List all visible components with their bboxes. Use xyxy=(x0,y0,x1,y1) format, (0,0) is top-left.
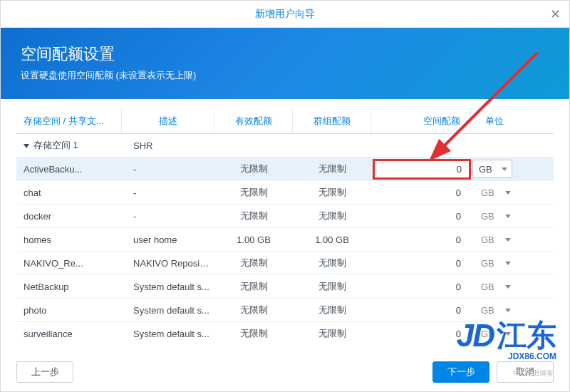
col-header-storage[interactable]: 存储空间 / 共享文... xyxy=(16,109,122,133)
content-area: 存储空间 / 共享文... 描述 有效配额 群组配额 空间配额 单位 存储空间 … xyxy=(1,99,569,345)
unit-select[interactable]: GB xyxy=(475,234,515,245)
col-header-effective[interactable]: 有效配额 xyxy=(214,109,293,133)
cell-desc: - xyxy=(122,207,214,226)
cell-name: docker xyxy=(16,207,122,226)
cell-group: 无限制 xyxy=(293,299,371,321)
chevron-down-icon xyxy=(505,238,511,242)
quota-cell[interactable]: 0 xyxy=(371,254,471,273)
cell-name: chat xyxy=(16,183,122,202)
chevron-down-icon xyxy=(502,167,507,171)
table-row[interactable]: docker-无限制无限制0GB xyxy=(16,205,554,228)
cell-group: 1.00 GB xyxy=(293,230,371,249)
col-header-unit[interactable]: 单位 xyxy=(471,109,518,133)
cell-name: NAKIVO_Re... xyxy=(16,254,122,273)
cell-name: homes xyxy=(16,230,122,249)
cell-effective: 无限制 xyxy=(214,252,293,274)
chevron-down-icon xyxy=(505,309,511,312)
table-header: 存储空间 / 共享文... 描述 有效配额 群组配额 空间配额 单位 xyxy=(16,109,554,134)
quota-input[interactable]: 0 xyxy=(373,159,471,180)
quota-cell[interactable]: 0 xyxy=(371,301,471,320)
cell-desc: System default s... xyxy=(122,301,214,320)
group-desc: SHR xyxy=(122,136,214,155)
cell-group: 无限制 xyxy=(293,323,371,344)
quota-cell[interactable]: 0 xyxy=(371,230,471,249)
table-row[interactable]: homesuser home1.00 GB1.00 GB0GB xyxy=(16,228,554,252)
cell-desc: System default s... xyxy=(122,324,214,344)
unit-select[interactable]: GB xyxy=(475,258,515,269)
cell-effective: 无限制 xyxy=(214,182,293,203)
close-button[interactable]: ✕ xyxy=(548,6,562,21)
banner-subtitle: 设置硬盘使用空间配额 (未设置表示无上限) xyxy=(21,69,549,82)
quota-cell[interactable]: 0 xyxy=(371,277,471,296)
next-button[interactable]: 下一步 xyxy=(432,361,489,383)
group-label: 存储空间 1 xyxy=(33,140,78,150)
cell-group: 无限制 xyxy=(293,205,371,227)
chevron-down-icon xyxy=(505,332,511,336)
cell-name: ActiveBacku... xyxy=(16,160,122,179)
cell-group: 无限制 xyxy=(293,158,371,180)
table-body: 存储空间 1 SHR ActiveBacku...-无限制无限制0GBchat-… xyxy=(16,134,554,345)
col-header-group[interactable]: 群组配额 xyxy=(293,109,371,133)
cell-effective: 无限制 xyxy=(214,323,293,344)
cell-name: photo xyxy=(16,301,122,320)
table-row[interactable]: photoSystem default s...无限制无限制0GB xyxy=(16,299,554,322)
cell-desc: user home xyxy=(122,230,214,249)
wizard-banner: 空间配额设置 设置硬盘使用空间配额 (未设置表示无上限) xyxy=(1,28,569,99)
quota-cell[interactable]: 0 xyxy=(371,207,471,226)
chevron-down-icon xyxy=(505,215,511,218)
cell-effective: 无限制 xyxy=(214,276,293,297)
prev-button[interactable]: 上一步 xyxy=(16,361,73,383)
col-header-desc[interactable]: 描述 xyxy=(122,109,214,133)
unit-select[interactable]: GB xyxy=(475,211,515,222)
cell-group: 无限制 xyxy=(293,182,371,203)
chevron-down-icon xyxy=(505,262,511,265)
wizard-footer: 上一步 下一步 取消 xyxy=(1,353,569,391)
banner-title: 空间配额设置 xyxy=(21,43,549,65)
cell-group: 无限制 xyxy=(293,276,371,297)
table-row[interactable]: NAKIVO_Re...NAKIVO Reposito...无限制无限制0GB xyxy=(16,252,554,275)
cell-effective: 无限制 xyxy=(214,299,293,321)
table-row[interactable]: chat-无限制无限制0GB xyxy=(16,181,554,205)
cell-effective: 无限制 xyxy=(214,158,293,180)
storage-group-row[interactable]: 存储空间 1 SHR xyxy=(16,134,554,158)
unit-select[interactable]: GB xyxy=(475,329,515,339)
cell-desc: - xyxy=(122,160,214,179)
cell-name: surveillance xyxy=(16,324,122,344)
table-row[interactable]: ActiveBacku...-无限制无限制0GB xyxy=(16,158,554,181)
cell-desc: - xyxy=(122,183,214,202)
chevron-down-icon xyxy=(505,285,511,289)
window-title: 新增用户向导 xyxy=(255,8,315,21)
table-row[interactable]: surveillanceSystem default s...无限制无限制0GB xyxy=(16,322,554,345)
cell-name: NetBackup xyxy=(16,277,122,296)
unit-select[interactable]: GB xyxy=(475,187,515,198)
cell-effective: 1.00 GB xyxy=(214,230,293,249)
table-row[interactable]: NetBackupSystem default s...无限制无限制0GB xyxy=(16,275,554,299)
unit-select[interactable]: GB xyxy=(472,160,512,178)
titlebar: 新增用户向导 ✕ xyxy=(1,1,569,28)
unit-select[interactable]: GB xyxy=(475,282,515,292)
watermark-blog: ©ITPUB博客 xyxy=(513,368,554,378)
cell-desc: System default s... xyxy=(122,277,214,296)
quota-cell[interactable]: 0 xyxy=(371,324,471,344)
quota-cell[interactable]: 0 xyxy=(371,183,471,202)
unit-select[interactable]: GB xyxy=(475,305,515,316)
cell-group: 无限制 xyxy=(293,252,371,274)
chevron-down-icon[interactable] xyxy=(24,144,29,148)
cell-desc: NAKIVO Reposito... xyxy=(122,254,214,273)
chevron-down-icon xyxy=(505,191,511,195)
cell-effective: 无限制 xyxy=(214,205,293,227)
col-header-space[interactable]: 空间配额 xyxy=(371,109,471,133)
